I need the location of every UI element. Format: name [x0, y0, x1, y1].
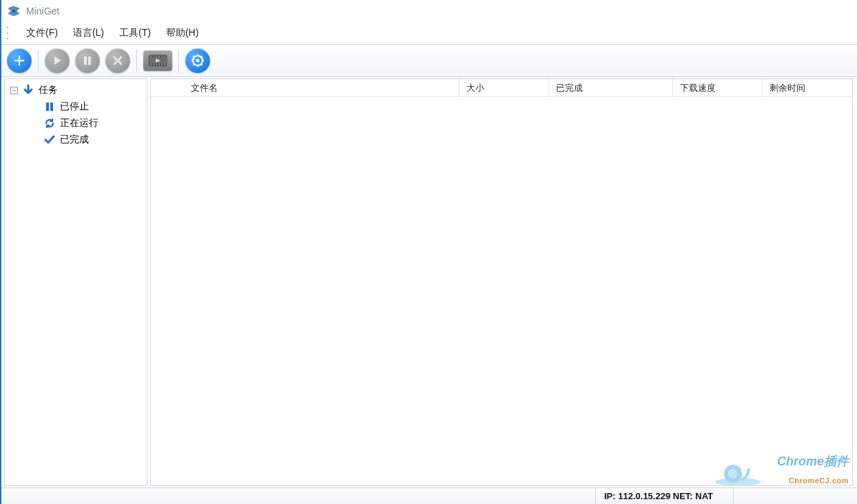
menu-file[interactable]: 文件(F) [25, 24, 59, 42]
film-icon [148, 54, 167, 67]
gear-icon [192, 54, 204, 67]
column-icon[interactable] [151, 79, 184, 96]
column-remaining[interactable]: 剩余时间 [763, 79, 852, 96]
column-speed[interactable]: 下载速度 [673, 79, 763, 96]
tree-item-paused[interactable]: 已停止 [6, 98, 145, 115]
tree-item-running[interactable]: 正在运行 [6, 115, 145, 132]
sidebar: − 任务 已停止 正在运行 已完成 [4, 78, 147, 486]
toolbar-separator [178, 50, 179, 72]
status-net-label: NET: [673, 491, 693, 501]
svg-rect-1 [84, 56, 87, 65]
pause-button[interactable] [75, 48, 100, 73]
tree-item-label: 正在运行 [60, 117, 99, 129]
play-icon [52, 56, 62, 65]
svg-rect-15 [158, 64, 160, 65]
menubar: 文件(F) 语言(L) 工具(T) 帮助(H) [1, 22, 857, 44]
app-title: MiniGet [26, 6, 59, 17]
status-net-value: NAT [695, 491, 713, 501]
svg-line-23 [194, 56, 195, 58]
column-completed[interactable]: 已完成 [549, 79, 673, 96]
tree-root-tasks[interactable]: − 任务 [6, 82, 145, 98]
stop-button[interactable] [105, 48, 130, 73]
menubar-grip-icon [7, 27, 11, 39]
svg-rect-13 [153, 64, 154, 65]
status-network: IP: 112.0.15.229 NET: NAT [595, 488, 733, 504]
menu-tools[interactable]: 工具(T) [118, 24, 152, 42]
tree-item-label: 已完成 [60, 134, 89, 146]
status-ip-label: IP: [604, 491, 616, 501]
start-button[interactable] [45, 48, 70, 73]
status-ip-value: 112.0.15.229 [618, 491, 670, 501]
column-headers: 文件名 大小 已完成 下载速度 剩余时间 [151, 79, 852, 97]
refresh-icon [43, 118, 56, 129]
svg-line-25 [201, 56, 203, 58]
pause-icon [83, 56, 92, 65]
svg-rect-16 [161, 64, 163, 65]
main-area: − 任务 已停止 正在运行 已完成 文件名 [1, 77, 857, 487]
pause-icon [43, 102, 56, 112]
svg-rect-12 [150, 64, 152, 65]
statusbar: IP: 112.0.15.229 NET: NAT [1, 487, 857, 504]
svg-rect-7 [153, 56, 154, 58]
svg-rect-11 [164, 56, 165, 58]
tree-collapse-icon[interactable]: − [10, 87, 18, 94]
tree-item-completed[interactable]: 已完成 [6, 132, 145, 148]
svg-rect-6 [150, 56, 152, 58]
add-task-button[interactable] [7, 48, 32, 73]
video-button[interactable] [143, 50, 172, 71]
svg-rect-29 [50, 103, 53, 111]
svg-point-0 [12, 10, 15, 12]
tree-root-label: 任务 [39, 84, 58, 96]
titlebar: MiniGet [1, 0, 857, 22]
check-icon [43, 134, 56, 145]
svg-rect-17 [164, 64, 165, 65]
settings-button[interactable] [185, 48, 210, 73]
toolbar [1, 44, 857, 77]
tree-item-label: 已停止 [60, 101, 89, 113]
svg-rect-14 [156, 64, 157, 65]
download-arrow-icon [22, 84, 34, 96]
download-list: 文件名 大小 已完成 下载速度 剩余时间 [150, 78, 853, 486]
toolbar-separator [136, 50, 137, 72]
svg-line-26 [194, 64, 195, 65]
svg-rect-5 [149, 63, 166, 65]
menu-help[interactable]: 帮助(H) [165, 24, 200, 42]
menu-language[interactable]: 语言(L) [72, 24, 105, 42]
column-filename[interactable]: 文件名 [184, 79, 460, 96]
svg-rect-28 [46, 103, 49, 111]
list-body-empty [151, 97, 852, 485]
svg-rect-4 [149, 56, 166, 58]
plus-icon [13, 54, 25, 67]
svg-point-27 [196, 59, 200, 63]
svg-rect-2 [88, 56, 91, 65]
app-logo-icon [7, 4, 21, 18]
svg-rect-9 [158, 56, 160, 58]
column-size[interactable]: 大小 [460, 79, 549, 96]
svg-rect-8 [156, 56, 157, 58]
toolbar-separator [38, 50, 39, 72]
svg-line-24 [201, 64, 203, 65]
close-icon [113, 56, 123, 65]
status-empty [733, 488, 857, 504]
svg-rect-10 [161, 56, 163, 58]
